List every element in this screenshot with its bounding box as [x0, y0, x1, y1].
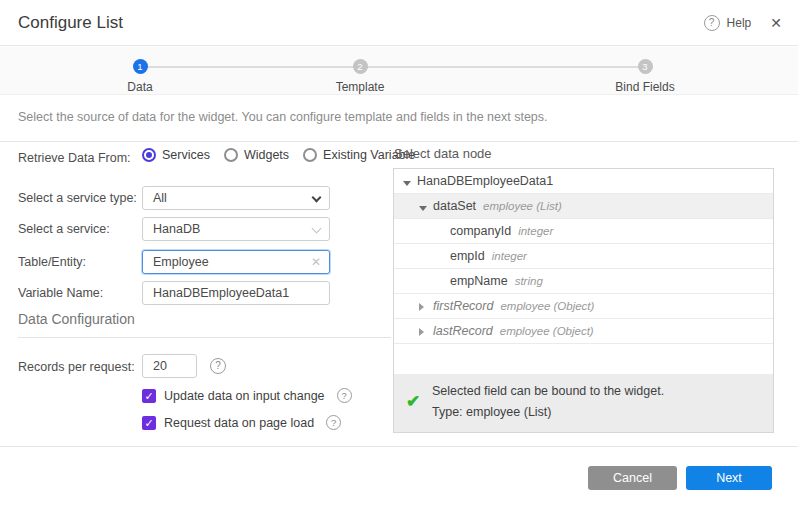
chevron-down-icon: [312, 224, 322, 234]
step-template[interactable]: 2 Template: [300, 59, 420, 94]
selection-info-type: Type: employee (List): [432, 405, 552, 419]
records-help-icon[interactable]: ?: [210, 358, 226, 374]
request-data-help-icon[interactable]: ?: [326, 415, 341, 430]
chevron-down-icon[interactable]: [403, 181, 411, 186]
tree-node-companyid[interactable]: companyId integer: [394, 219, 773, 244]
description-text: Select the source of data for the widget…: [18, 110, 548, 124]
footer-divider: [0, 446, 798, 447]
radio-unselected-icon[interactable]: [224, 148, 238, 162]
step-1-label: Data: [80, 80, 200, 94]
variable-name-input[interactable]: [142, 281, 330, 305]
close-icon[interactable]: ✕: [770, 15, 782, 31]
retrieve-data-from-label: Retrieve Data From:: [18, 151, 131, 165]
dialog-title: Configure List: [18, 0, 123, 46]
configure-list-dialog: Configure List ? Help ✕ 1 Data 2 Templat…: [0, 0, 798, 508]
update-data-label: Update data on input change: [164, 389, 325, 403]
step-bind-fields[interactable]: 3 Bind Fields: [585, 59, 705, 94]
step-data[interactable]: 1 Data: [80, 59, 200, 94]
step-3-label: Bind Fields: [585, 80, 705, 94]
next-button[interactable]: Next: [686, 466, 772, 490]
request-data-checkbox-row: ✓ Request data on page load ?: [142, 415, 341, 430]
tree-node-dataset[interactable]: dataSet employee (List): [394, 194, 773, 219]
radio-services[interactable]: Services: [142, 148, 210, 162]
table-entity-field-wrap: ✕: [142, 250, 330, 274]
table-entity-label: Table/Entity:: [18, 255, 86, 269]
service-type-select[interactable]: All: [142, 186, 330, 210]
checkbox-checked-icon[interactable]: ✓: [142, 416, 156, 430]
check-icon: ✔: [406, 391, 420, 412]
retrieve-source-radio-group: Services Widgets Existing Variable: [142, 148, 415, 162]
step-3-circle[interactable]: 3: [638, 59, 653, 74]
step-2-label: Template: [300, 80, 420, 94]
chevron-down-icon[interactable]: [419, 206, 427, 211]
dialog-header: Configure List ? Help ✕: [0, 0, 798, 46]
data-configuration-heading: Data Configuration: [18, 311, 135, 327]
selection-info-message: Selected field can be bound to the widge…: [432, 384, 664, 398]
wizard-stepper: 1 Data 2 Template 3 Bind Fields: [0, 47, 798, 95]
chevron-right-icon[interactable]: [419, 328, 424, 336]
help-icon[interactable]: ?: [704, 15, 720, 31]
cancel-button[interactable]: Cancel: [588, 466, 677, 490]
tree-node-empname[interactable]: empName string: [394, 269, 773, 294]
radio-selected-icon[interactable]: [142, 148, 156, 162]
service-select[interactable]: HanaDB: [142, 217, 330, 241]
tree-node-firstrecord[interactable]: firstRecord employee (Object): [394, 294, 773, 319]
tree-node-empid[interactable]: empId integer: [394, 244, 773, 269]
select-data-node-heading: Select data node: [394, 146, 492, 161]
step-1-circle[interactable]: 1: [133, 59, 148, 74]
step-2-circle[interactable]: 2: [353, 59, 368, 74]
checkbox-checked-icon[interactable]: ✓: [142, 389, 156, 403]
update-data-checkbox-row: ✓ Update data on input change ?: [142, 388, 352, 403]
table-entity-input[interactable]: [143, 251, 329, 273]
records-per-request-input[interactable]: [142, 354, 197, 378]
request-data-label: Request data on page load: [164, 416, 314, 430]
chevron-down-icon: [312, 193, 322, 203]
selection-info-panel: ✔ Selected field can be bound to the wid…: [394, 374, 773, 432]
records-per-request-label: Records per request:: [18, 360, 135, 374]
section-divider: [18, 337, 391, 338]
clear-icon[interactable]: ✕: [311, 255, 321, 269]
service-type-label: Select a service type:: [18, 191, 137, 205]
radio-unselected-icon[interactable]: [303, 148, 317, 162]
tree-node-hanadbemployeedata1[interactable]: HanaDBEmployeeData1: [394, 169, 773, 194]
tree-node-lastrecord[interactable]: lastRecord employee (Object): [394, 319, 773, 344]
help-label[interactable]: Help: [727, 16, 752, 30]
chevron-right-icon[interactable]: [419, 303, 424, 311]
radio-widgets[interactable]: Widgets: [224, 148, 289, 162]
dialog-description: Select the source of data for the widget…: [0, 96, 798, 142]
data-node-tree: HanaDBEmployeeData1 dataSet employee (Li…: [393, 168, 774, 433]
update-data-help-icon[interactable]: ?: [337, 388, 352, 403]
variable-name-label: Variable Name:: [18, 286, 103, 300]
service-label: Select a service:: [18, 222, 110, 236]
